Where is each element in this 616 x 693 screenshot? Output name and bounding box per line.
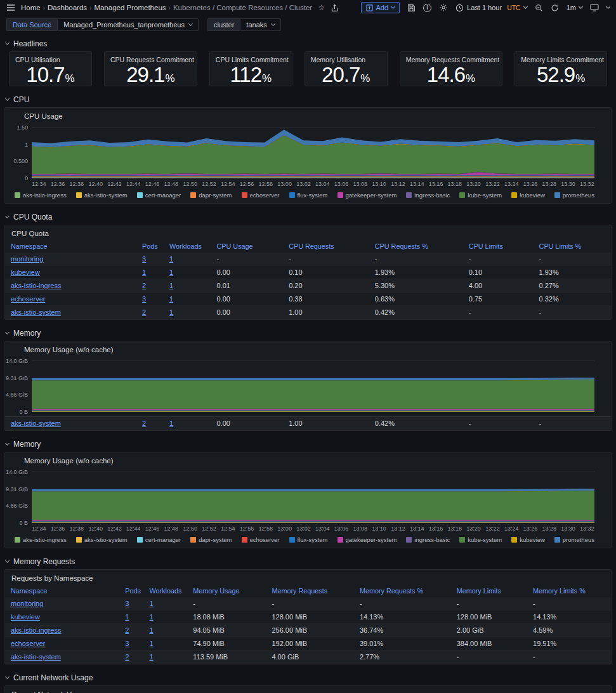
cell-link[interactable]: echoserver: [11, 640, 45, 647]
legend-item[interactable]: kube-system: [459, 536, 502, 543]
cell-link[interactable]: kubeview: [11, 268, 40, 276]
stat-panel-memory-requests-commitment[interactable]: Memory Requests Commitment 14.6%: [400, 51, 503, 86]
memory-usage-chart[interactable]: 0 B4.66 GiB9.31 GiB14.0 GiB12:3412:3612:…: [5, 466, 611, 548]
cell-link[interactable]: 2: [142, 419, 146, 427]
time-range-picker[interactable]: Last 1 hour UTC: [455, 4, 527, 12]
legend-item[interactable]: cert-manager: [137, 536, 181, 543]
star-icon[interactable]: ☆: [318, 3, 325, 12]
cell-link[interactable]: 1: [125, 613, 129, 621]
cell-link[interactable]: 1: [150, 653, 154, 661]
section-header-memory[interactable]: Memory: [0, 325, 616, 341]
stat-panel-cpu-utilisation[interactable]: CPU Utilisation 10.7%: [9, 51, 92, 86]
cell-link[interactable]: 1: [150, 600, 154, 607]
cell-link[interactable]: 1: [169, 282, 173, 289]
cell-link[interactable]: 2: [125, 653, 129, 661]
info-icon[interactable]: i: [423, 4, 431, 12]
legend-item[interactable]: aks-istio-ingress: [15, 192, 67, 199]
breadcrumb-home[interactable]: Home: [21, 4, 41, 11]
menu-icon[interactable]: [6, 4, 15, 11]
share-icon[interactable]: [331, 4, 339, 12]
column-header[interactable]: Workloads: [146, 584, 190, 597]
section-header-memory-2[interactable]: Memory: [0, 436, 616, 452]
plot-area[interactable]: [32, 128, 594, 178]
section-header-cpu-quota[interactable]: CPU Quota: [0, 209, 616, 225]
legend-item[interactable]: echoserver: [242, 536, 280, 543]
breadcrumb-dashboards[interactable]: Dashboards: [48, 4, 87, 11]
cell-link[interactable]: 1: [150, 640, 154, 647]
column-header[interactable]: Pods: [121, 584, 145, 597]
cell-link[interactable]: aks-istio-ingress: [11, 282, 61, 289]
cell-link[interactable]: 1: [169, 308, 173, 316]
column-header[interactable]: Memory Usage: [189, 584, 268, 597]
column-header[interactable]: Memory Requests %: [356, 584, 453, 597]
stat-panel-memory-limits-commitment[interactable]: Memory Limits Commitment 52.9%: [514, 51, 607, 86]
column-header[interactable]: CPU Limits %: [535, 239, 611, 253]
legend-item[interactable]: aks-istio-ingress: [15, 536, 67, 543]
cell-link[interactable]: 2: [142, 308, 146, 316]
tv-mode-icon[interactable]: [590, 4, 599, 11]
save-icon[interactable]: [407, 4, 416, 12]
cell-link[interactable]: 1: [169, 268, 173, 276]
cell-link[interactable]: 1: [150, 626, 154, 634]
cell-link[interactable]: 3: [125, 640, 129, 647]
column-header[interactable]: Namespace: [5, 584, 121, 597]
cell-link[interactable]: 3: [142, 295, 146, 303]
cell-link[interactable]: echoserver: [11, 295, 45, 303]
legend-item[interactable]: aks-istio-system: [76, 536, 128, 543]
cell-link[interactable]: 3: [125, 600, 129, 607]
cell-link[interactable]: aks-istio-ingress: [11, 626, 61, 634]
cell-link[interactable]: 1: [150, 613, 154, 621]
refresh-interval-picker[interactable]: 1m: [567, 4, 582, 11]
column-header[interactable]: Workloads: [166, 239, 213, 253]
column-header[interactable]: Pods: [138, 239, 166, 253]
column-header[interactable]: CPU Requests: [285, 239, 371, 253]
column-header[interactable]: CPU Requests %: [371, 239, 465, 253]
refresh-icon[interactable]: [551, 4, 559, 12]
cell-link[interactable]: monitoring: [11, 600, 43, 607]
cell-link[interactable]: aks-istio-system: [11, 653, 61, 661]
section-header-network[interactable]: Current Network Usage: [0, 670, 616, 685]
legend-item[interactable]: kubeview: [511, 536, 545, 543]
stat-panel-memory-utilisation[interactable]: Memory Utilisation 20.7%: [305, 51, 388, 86]
stat-panel-cpu-requests-commitment[interactable]: CPU Requests Commitment 29.1%: [104, 51, 197, 86]
section-header-cpu[interactable]: CPU: [0, 91, 616, 107]
cluster-select[interactable]: tanaks: [240, 18, 280, 31]
section-header-memory-requests[interactable]: Memory Requests: [0, 553, 616, 569]
legend-item[interactable]: prometheus: [554, 192, 594, 199]
cell-link[interactable]: 3: [142, 255, 146, 263]
cell-link[interactable]: aks-istio-system: [11, 308, 61, 316]
cell-link[interactable]: 1: [169, 419, 173, 427]
column-header[interactable]: CPU Limits: [465, 239, 535, 253]
legend-item[interactable]: flux-system: [289, 536, 328, 543]
settings-gear-icon[interactable]: [439, 3, 448, 12]
legend-item[interactable]: cert-manager: [137, 192, 181, 199]
column-header[interactable]: CPU Usage: [213, 239, 285, 253]
legend-item[interactable]: dapr-system: [190, 192, 232, 199]
legend-item[interactable]: flux-system: [289, 192, 328, 199]
legend-item[interactable]: aks-istio-system: [76, 192, 128, 199]
legend-item[interactable]: prometheus: [554, 536, 594, 543]
zoom-out-icon[interactable]: [535, 4, 543, 12]
plot-area[interactable]: [32, 361, 594, 412]
cell-link[interactable]: 2: [125, 626, 129, 634]
column-header[interactable]: Namespace: [5, 239, 138, 253]
legend-item[interactable]: gatekeeper-system: [337, 192, 397, 199]
add-button[interactable]: Add: [361, 2, 400, 13]
legend-item[interactable]: dapr-system: [190, 536, 232, 543]
legend-item[interactable]: echoserver: [242, 192, 280, 199]
cell-link[interactable]: 1: [169, 295, 173, 303]
cell-link[interactable]: monitoring: [11, 255, 43, 263]
legend-item[interactable]: gatekeeper-system: [337, 536, 397, 543]
legend-item[interactable]: kubeview: [511, 192, 545, 199]
chevron-down-icon[interactable]: [606, 4, 610, 9]
legend-item[interactable]: ingress-basic: [406, 536, 450, 543]
legend-item[interactable]: kube-system: [459, 192, 502, 199]
stat-panel-cpu-limits-commitment[interactable]: CPU Limits Commitment 112%: [209, 51, 292, 86]
cell-link[interactable]: kubeview: [11, 613, 40, 621]
cell-link[interactable]: 1: [142, 268, 146, 276]
legend-item[interactable]: ingress-basic: [406, 192, 450, 199]
column-header[interactable]: Memory Limits: [453, 584, 529, 597]
column-header[interactable]: Memory Requests: [268, 584, 355, 597]
cell-link[interactable]: aks-istio-system: [11, 419, 61, 427]
cell-link[interactable]: 1: [169, 255, 173, 263]
